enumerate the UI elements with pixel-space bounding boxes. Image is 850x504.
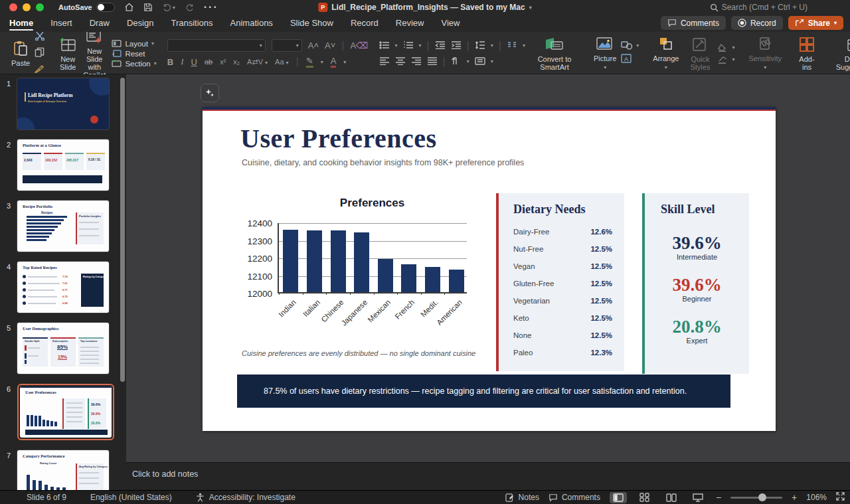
slide-indicator[interactable]: Slide 6 of 9 bbox=[27, 493, 66, 502]
superscript-button[interactable]: x² bbox=[220, 58, 226, 66]
bullets-button[interactable] bbox=[379, 40, 390, 52]
language-indicator[interactable]: English (United States) bbox=[90, 493, 172, 502]
tab-animations[interactable]: Animations bbox=[230, 18, 273, 32]
zoom-slider[interactable] bbox=[730, 497, 782, 499]
zoom-in-button[interactable]: + bbox=[792, 492, 797, 503]
close-window-button[interactable] bbox=[9, 3, 17, 11]
numbering-button[interactable] bbox=[403, 40, 414, 52]
cut-icon[interactable] bbox=[35, 31, 45, 43]
title-chevron-icon[interactable]: ▾ bbox=[529, 5, 532, 11]
comments-button[interactable]: Comments bbox=[661, 16, 726, 30]
textbox-button[interactable]: A bbox=[621, 54, 639, 66]
align-left-button[interactable] bbox=[379, 56, 390, 68]
layout-button[interactable]: Layout▾ bbox=[112, 40, 156, 48]
notes-toggle-button[interactable]: Notes bbox=[505, 493, 539, 502]
thumbnail-slide-3[interactable]: 3 Recipe Portfolio Recipes Portfolio Ins… bbox=[0, 201, 126, 252]
slide-sorter-view-button[interactable] bbox=[636, 492, 653, 503]
font-color-button[interactable]: A bbox=[331, 56, 337, 68]
document-title: Lidl_Recipe_Platform_Insights — Saved to… bbox=[331, 3, 525, 12]
record-button[interactable]: Record bbox=[731, 16, 783, 30]
x-axis-tick bbox=[279, 292, 280, 295]
autosave-toggle[interactable] bbox=[96, 3, 115, 12]
save-icon[interactable] bbox=[143, 3, 153, 12]
zoom-slider-knob[interactable] bbox=[758, 493, 766, 501]
align-center-button[interactable] bbox=[395, 56, 406, 68]
font-name-select[interactable]: ▾ bbox=[167, 39, 266, 52]
thumbnail-scrollbar[interactable] bbox=[120, 78, 125, 382]
text-direction-button[interactable] bbox=[451, 56, 462, 68]
decrease-indent-button[interactable] bbox=[435, 40, 446, 52]
fullscreen-icon[interactable] bbox=[836, 492, 845, 503]
cuisine-preferences-chart[interactable]: 1200012100122001230012400IndianItalianCh… bbox=[278, 223, 467, 294]
highlight-color-button[interactable]: ✎ bbox=[306, 56, 313, 68]
line-spacing-button[interactable] bbox=[475, 40, 485, 52]
accessibility-status[interactable]: Accessibility: Investigate bbox=[196, 493, 296, 502]
share-button[interactable]: Share ▾ bbox=[788, 16, 843, 30]
convert-smartart-button[interactable]: Convert to SmartArt bbox=[529, 35, 580, 72]
bold-button[interactable]: B bbox=[167, 57, 173, 67]
addins-button[interactable]: Add-ins bbox=[796, 35, 818, 72]
insight-banner[interactable]: 87.5% of users have dietary restrictions… bbox=[237, 375, 730, 408]
change-case-button[interactable]: Aa ▾ bbox=[275, 58, 289, 66]
comments-toggle-button[interactable]: Comments bbox=[549, 493, 600, 502]
home-icon[interactable] bbox=[124, 3, 134, 12]
picture-button[interactable]: Picture ▾ bbox=[590, 34, 620, 73]
shrink-font-button[interactable]: A˅ bbox=[325, 41, 335, 50]
new-slide-button[interactable]: New Slide bbox=[56, 35, 80, 72]
italic-button[interactable]: I bbox=[181, 56, 183, 67]
slideshow-view-button[interactable] bbox=[689, 492, 707, 503]
new-slide-copilot-button[interactable]: New Slide with Copilot bbox=[80, 27, 109, 80]
bar-italian bbox=[307, 230, 322, 292]
justify-button[interactable] bbox=[427, 56, 438, 68]
more-commands-icon[interactable]: ··· bbox=[204, 1, 218, 13]
paste-button[interactable]: Paste bbox=[8, 39, 33, 68]
zoom-out-button[interactable]: − bbox=[716, 492, 721, 503]
reset-button[interactable]: Reset bbox=[112, 50, 156, 58]
design-suggestions-button[interactable]: Design Suggestions bbox=[829, 35, 850, 72]
tab-slide-show[interactable]: Slide Show bbox=[290, 18, 333, 32]
normal-view-button[interactable] bbox=[610, 492, 627, 503]
tab-design[interactable]: Design bbox=[127, 18, 153, 32]
designer-sparkle-button[interactable] bbox=[201, 84, 219, 102]
font-size-select[interactable]: ▾ bbox=[272, 39, 302, 52]
reading-view-button[interactable] bbox=[663, 492, 680, 503]
notes-pane[interactable]: Click to add notes bbox=[126, 462, 850, 490]
thumbnail-slide-2[interactable]: 2 Platform at a Glance 2,643 100,152 295… bbox=[0, 139, 126, 191]
thumbnail-slide-5[interactable]: 5 User Demographics Gender Split Subscri… bbox=[0, 323, 126, 374]
zoom-window-button[interactable] bbox=[36, 3, 44, 11]
slide-subtitle[interactable]: Cuisine, dietary, and cooking behavior i… bbox=[242, 158, 524, 167]
align-text-button[interactable] bbox=[475, 56, 485, 68]
thumbnail-slide-6-selected[interactable]: 6 User Preferences 39.6% bbox=[0, 384, 126, 440]
thumbnail-slide-4[interactable]: 4 Top Rated Recipes 7.19 7.01 6.71 6.70 … bbox=[0, 262, 126, 313]
dietary-needs-card[interactable]: Dietary Needs Dairy-Free12.6%Nut-Free12.… bbox=[496, 193, 624, 371]
columns-button[interactable] bbox=[507, 40, 517, 52]
tab-review[interactable]: Review bbox=[396, 18, 424, 32]
zoom-level[interactable]: 106% bbox=[806, 493, 827, 502]
increase-indent-button[interactable] bbox=[451, 40, 462, 52]
shapes-button[interactable]: ▾ bbox=[621, 41, 639, 50]
skill-level-card[interactable]: Skill Level 39.6%Intermediate39.6%Beginn… bbox=[642, 193, 749, 374]
tab-home[interactable]: Home bbox=[9, 18, 33, 32]
slide-title[interactable]: User Preferences bbox=[240, 123, 437, 154]
svg-text:A: A bbox=[624, 56, 628, 62]
tab-transitions[interactable]: Transitions bbox=[171, 18, 212, 32]
tab-draw[interactable]: Draw bbox=[90, 18, 110, 32]
tab-insert[interactable]: Insert bbox=[50, 18, 72, 32]
tab-view[interactable]: View bbox=[441, 18, 460, 32]
tab-record[interactable]: Record bbox=[351, 18, 379, 32]
section-button[interactable]: Section▾ bbox=[112, 60, 156, 68]
character-spacing-button[interactable]: A⇄V ▾ bbox=[247, 58, 268, 66]
chart-caption[interactable]: Cuisine preferences are evenly distribut… bbox=[242, 349, 475, 357]
search-field[interactable]: Search (Cmd + Ctrl + U) bbox=[710, 3, 808, 12]
underline-button[interactable]: U bbox=[191, 57, 197, 67]
align-right-button[interactable] bbox=[411, 56, 422, 68]
thumbnail-slide-1[interactable]: 1 Lidl Recipe Platform Data Insights & S… bbox=[0, 78, 126, 129]
minimize-window-button[interactable] bbox=[23, 3, 31, 11]
copy-icon[interactable] bbox=[35, 47, 45, 60]
clear-formatting-button[interactable]: A⌫ bbox=[350, 41, 368, 50]
strikethrough-button[interactable]: ab bbox=[205, 58, 212, 66]
thumbnail-slide-7[interactable]: 7 Category Performance Rating Count Avg … bbox=[0, 450, 126, 490]
subscript-button[interactable]: x₂ bbox=[233, 58, 240, 66]
arrange-button[interactable]: Arrange ▾ bbox=[649, 34, 682, 73]
grow-font-button[interactable]: A˄ bbox=[308, 41, 319, 50]
